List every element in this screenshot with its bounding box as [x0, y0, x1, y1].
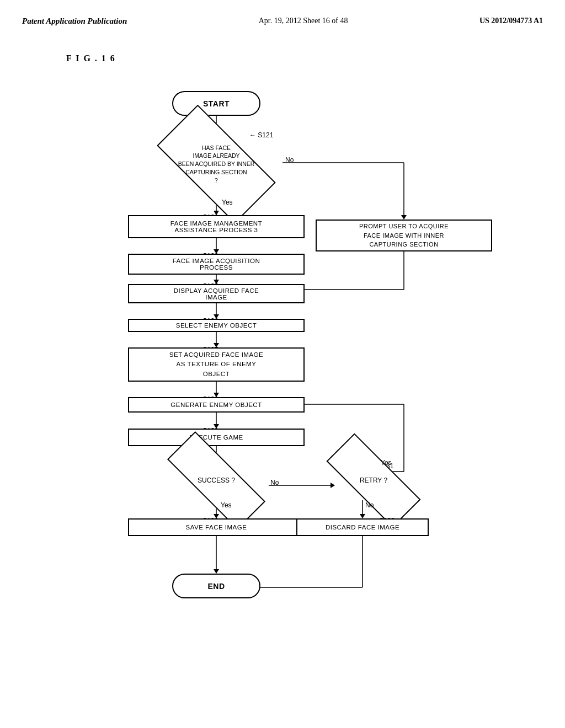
s130-text: SUCCESS ?: [167, 461, 266, 500]
s124-node: PROMPT USER TO ACQUIREFACE IMAGE WITH IN…: [316, 220, 492, 251]
s127-node: SET ACQUIRED FACE IMAGEAS TEXTURE OF ENE…: [128, 347, 305, 382]
s130-no-label: No: [270, 479, 279, 486]
s129-node: EXECUTE GAME: [128, 429, 305, 446]
figure-label: F I G . 1 6: [66, 53, 543, 63]
s121-text: HAS FACEIMAGE ALREADYBEEN ACQUIRED BY IN…: [161, 135, 271, 193]
s126-node: SELECT ENEMY OBJECT: [128, 319, 305, 332]
s131-yes-label: Yes: [381, 459, 392, 467]
s131-no-label: No: [365, 501, 374, 509]
page: Patent Application Publication Apr. 19, …: [0, 0, 565, 728]
publication-number: US 2012/094773 A1: [479, 17, 543, 25]
page-header: Patent Application Publication Apr. 19, …: [22, 11, 543, 37]
s131-text: RETRY ?: [327, 461, 420, 500]
svg-marker-33: [360, 514, 365, 518]
svg-marker-35: [214, 569, 219, 574]
flowchart-arrows: [45, 74, 520, 698]
s133-node: DISCARD FACE IMAGE: [296, 518, 429, 536]
publication-date-sheet: Apr. 19, 2012 Sheet 16 of 48: [259, 17, 348, 25]
start-node: START: [172, 91, 260, 116]
s130-yes-label: Yes: [221, 501, 232, 509]
flowchart: START ← S121 HAS FACEIMAGE ALREADYBEEN A…: [45, 74, 520, 698]
s130-diamond-container: SUCCESS ?: [167, 461, 269, 502]
s125-node: DISPLAY ACQUIRED FACEIMAGE: [128, 284, 305, 303]
s131-diamond-container: RETRY ?: [327, 461, 420, 502]
s132-node: SAVE FACE IMAGE: [128, 518, 305, 536]
publication-title: Patent Application Publication: [22, 17, 127, 26]
s121-yes-label: Yes: [222, 199, 233, 206]
s121-no-label: No: [285, 156, 294, 164]
s123-node: FACE IMAGE ACQUISITIONPROCESS: [128, 254, 305, 275]
s128-node: GENERATE ENEMY OBJECT: [128, 397, 305, 413]
s121-diamond-container: HAS FACEIMAGE ALREADYBEEN ACQUIRED BY IN…: [150, 132, 282, 196]
end-node: END: [172, 574, 260, 598]
s122-node: FACE IMAGE MANAGEMENTASSISTANCE PROCESS …: [128, 215, 305, 238]
